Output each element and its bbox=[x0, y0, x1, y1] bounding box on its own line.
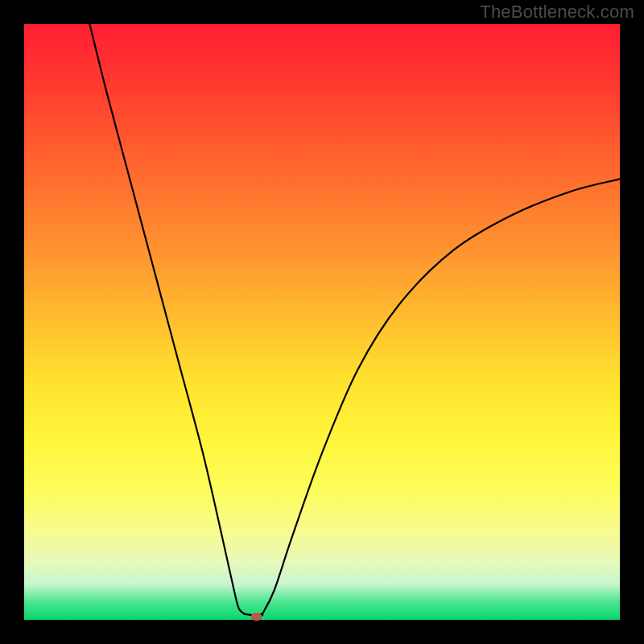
optimum-marker bbox=[251, 613, 262, 621]
watermark-text: TheBottleneck.com bbox=[480, 2, 634, 23]
plot-area bbox=[24, 24, 620, 620]
curve-path bbox=[89, 24, 620, 616]
bottleneck-curve bbox=[24, 24, 620, 620]
chart-frame: TheBottleneck.com bbox=[0, 0, 644, 644]
